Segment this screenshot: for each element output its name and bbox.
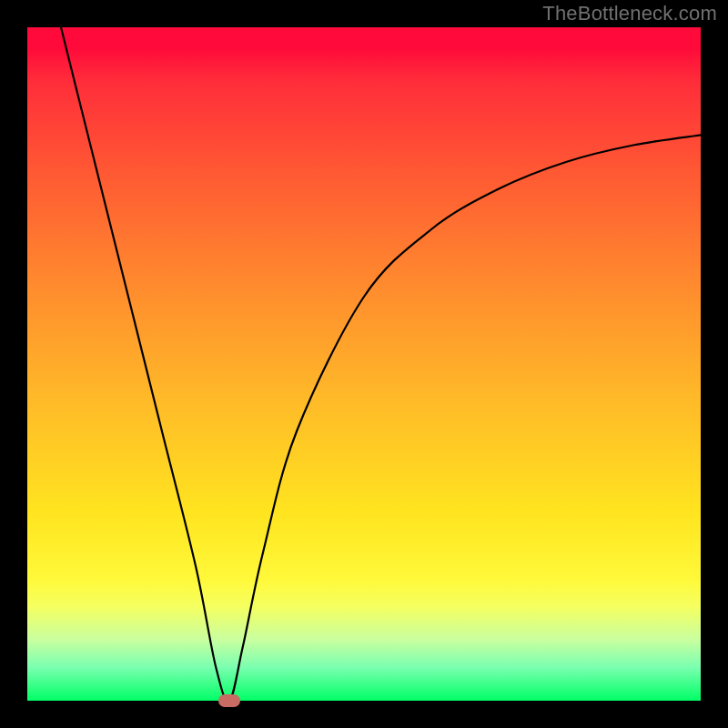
watermark-text: TheBottleneck.com	[542, 2, 717, 25]
bottleneck-curve	[27, 27, 701, 701]
chart-frame: TheBottleneck.com	[0, 0, 728, 728]
min-marker	[218, 694, 240, 707]
plot-area	[27, 27, 701, 701]
